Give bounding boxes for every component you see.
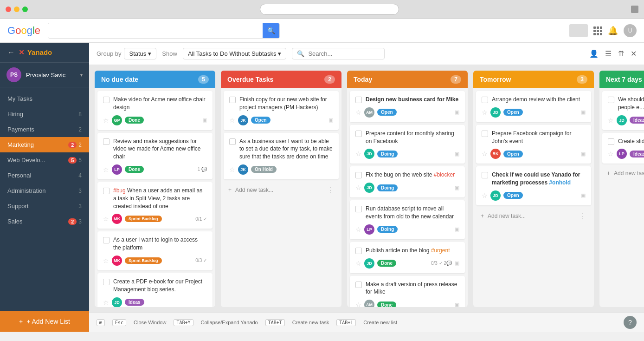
- task-checkbox[interactable]: [103, 97, 109, 103]
- star-icon[interactable]: ☆: [355, 301, 361, 307]
- show-label: Show: [162, 50, 177, 57]
- task-checkbox[interactable]: [355, 248, 362, 254]
- star-icon[interactable]: ☆: [482, 109, 488, 116]
- more-options-icon[interactable]: ⋮: [579, 212, 586, 221]
- star-icon[interactable]: ☆: [608, 150, 614, 157]
- close-icon[interactable]: ✕: [631, 49, 637, 58]
- attachment-icon: ▣: [455, 151, 459, 157]
- task-card[interactable]: Prepare content for monthly sharing on F…: [350, 125, 465, 164]
- task-checkbox[interactable]: [103, 279, 109, 285]
- task-checkbox[interactable]: [103, 188, 109, 194]
- sidebar-item-sales[interactable]: Sales 2 3: [0, 214, 89, 229]
- task-card[interactable]: #bug When a user adds an email as a task…: [97, 182, 213, 229]
- task-checkbox[interactable]: [229, 138, 236, 145]
- task-card[interactable]: Prepare Facebook campaign for John's eve…: [476, 125, 591, 164]
- url-input[interactable]: [260, 4, 399, 15]
- task-card[interactable]: Create slidesha our Team Dyna... ☆ LP Id…: [602, 133, 644, 164]
- browser-action-btn[interactable]: [631, 6, 638, 13]
- task-card[interactable]: Arrange demo review with the client ☆ JD…: [476, 91, 591, 122]
- fullscreen-traffic-light[interactable]: [22, 7, 28, 12]
- star-icon[interactable]: ☆: [355, 226, 361, 233]
- star-icon[interactable]: ☆: [229, 166, 235, 173]
- google-search-input[interactable]: [48, 23, 263, 38]
- task-card[interactable]: As a user I want to login to access the …: [97, 231, 213, 270]
- task-card[interactable]: Finish copy for our new web site for pro…: [224, 91, 339, 130]
- star-icon[interactable]: ☆: [608, 117, 614, 124]
- task-title: Create a PDF e-book for our Project Mana…: [113, 278, 207, 294]
- status-badge: Ideas: [630, 151, 644, 157]
- column-overdue: Overdue Tasks 2 Finish copy for our new …: [221, 71, 341, 307]
- sidebar-item-personal[interactable]: Personal 4: [0, 168, 89, 183]
- search-input[interactable]: [308, 50, 380, 57]
- sidebar-item-marketing[interactable]: Marketing 2 2: [0, 137, 89, 152]
- sidebar-item-label: Payments: [7, 126, 78, 133]
- help-button[interactable]: ?: [624, 316, 637, 329]
- star-icon[interactable]: ☆: [355, 109, 361, 116]
- task-card[interactable]: Run database script to move all events f…: [350, 200, 465, 239]
- task-card[interactable]: Publish article on the blog #urgent ☆ JD…: [350, 242, 465, 273]
- star-icon[interactable]: ☆: [103, 299, 109, 306]
- task-checkbox[interactable]: [482, 131, 488, 137]
- sidebar-item-administration[interactable]: Administration 3: [0, 183, 89, 198]
- task-checkbox[interactable]: [103, 138, 109, 145]
- task-card[interactable]: Make a draft version of press release fo…: [350, 276, 465, 307]
- star-icon[interactable]: ☆: [355, 260, 361, 267]
- task-checkbox[interactable]: [355, 206, 362, 212]
- list-view-icon[interactable]: ☰: [605, 49, 612, 58]
- task-checkbox[interactable]: [229, 97, 236, 103]
- task-card[interactable]: Design new business card for Mike ☆ AM O…: [350, 91, 465, 122]
- notifications-icon[interactable]: 🔔: [608, 26, 618, 36]
- task-checkbox[interactable]: [355, 282, 362, 288]
- star-icon[interactable]: ☆: [482, 192, 488, 199]
- task-card[interactable]: Create a PDF e-book for our Project Mana…: [97, 273, 213, 307]
- sidebar-user[interactable]: PS Prvoslav Savic ▾: [0, 63, 89, 87]
- back-arrow-icon[interactable]: ←: [7, 48, 15, 57]
- add-new-list-button[interactable]: + + Add New List: [0, 311, 89, 332]
- close-traffic-light[interactable]: [6, 7, 11, 12]
- sidebar-item-my-tasks[interactable]: My Tasks: [0, 91, 89, 106]
- group-by-dropdown[interactable]: Status ▾: [124, 48, 156, 59]
- add-person-icon[interactable]: 👤: [589, 49, 599, 58]
- task-checkbox[interactable]: [482, 172, 488, 178]
- sidebar-item-hiring[interactable]: Hiring 8: [0, 106, 89, 122]
- sidebar-item-payments[interactable]: Payments 2: [0, 122, 89, 137]
- show-dropdown[interactable]: All Tasks to Do Without Subtasks ▾: [183, 48, 287, 59]
- sidebar-item-web-dev[interactable]: Web Develo... 5 5: [0, 152, 89, 168]
- task-checkbox[interactable]: [355, 172, 362, 178]
- task-card[interactable]: Review and make suggestions for video we…: [97, 133, 213, 179]
- add-task-button[interactable]: + Add new task... ⋮: [224, 182, 339, 198]
- collapse-icon[interactable]: ⇈: [618, 49, 624, 58]
- star-icon[interactable]: ☆: [355, 184, 361, 191]
- star-icon[interactable]: ☆: [103, 166, 109, 173]
- task-card[interactable]: Make video for Acme new office chair des…: [97, 91, 213, 130]
- google-user-avatar[interactable]: U: [624, 24, 637, 37]
- minimize-traffic-light[interactable]: [14, 7, 19, 12]
- task-card[interactable]: Check if we could use Yanado for marketi…: [476, 166, 591, 205]
- task-checkbox[interactable]: [608, 97, 614, 103]
- star-icon[interactable]: ☆: [355, 150, 361, 157]
- task-checkbox[interactable]: [355, 97, 362, 103]
- google-apps-shortcut[interactable]: [569, 24, 588, 37]
- star-icon[interactable]: ☆: [103, 257, 109, 264]
- star-icon[interactable]: ☆: [229, 117, 235, 124]
- sidebar-item-support[interactable]: Support 3: [0, 198, 89, 214]
- task-card[interactable]: As a business user I want to be able to …: [224, 133, 339, 179]
- task-checkbox[interactable]: [103, 237, 109, 243]
- task-checkbox[interactable]: [355, 131, 362, 137]
- task-checkbox[interactable]: [482, 97, 488, 103]
- star-icon[interactable]: ☆: [482, 150, 488, 157]
- more-options-icon[interactable]: ⋮: [327, 186, 334, 195]
- nav-badge: 2: [68, 218, 77, 225]
- star-icon[interactable]: ☆: [103, 215, 109, 223]
- chevron-down-icon: ▾: [80, 72, 83, 78]
- add-task-button[interactable]: + Add new task...: [602, 166, 644, 180]
- task-card[interactable]: We should implement on our blog people e…: [602, 91, 644, 130]
- star-icon[interactable]: ☆: [103, 117, 109, 124]
- task-card[interactable]: Fix the bug on the web site #blocker ☆ J…: [350, 166, 465, 197]
- add-task-button[interactable]: + Add new task... ⋮: [476, 208, 591, 224]
- google-search-button[interactable]: 🔍: [263, 23, 279, 38]
- task-checkbox[interactable]: [608, 138, 614, 145]
- column-title: Today: [354, 76, 372, 83]
- google-apps-grid-icon[interactable]: [593, 26, 602, 35]
- url-bar: [32, 4, 626, 15]
